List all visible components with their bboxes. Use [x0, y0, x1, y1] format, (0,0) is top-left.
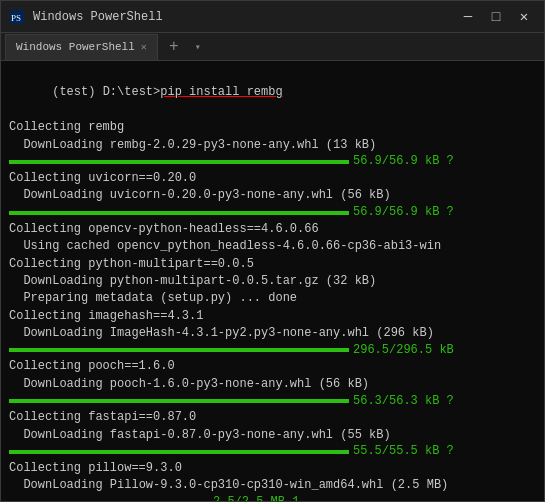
window-controls: ─ □ ✕	[456, 5, 536, 29]
output-line: Preparing metadata (setup.py) ... done	[9, 290, 536, 307]
progress-text: 296.5/296.5 kB	[353, 342, 454, 359]
output-line: Collecting rembg	[9, 119, 536, 136]
output-line: Collecting imagehash==4.3.1	[9, 308, 536, 325]
output-line: Collecting opencv-python-headless==4.6.0…	[9, 221, 536, 238]
tab-dropdown-button[interactable]: ▾	[188, 37, 208, 57]
downloading-label: DownLoading	[23, 478, 102, 492]
progress-bar-row: 56.9/56.9 kB ?	[9, 155, 536, 169]
progress-text: 55.5/55.5 kB ?	[353, 443, 454, 460]
progress-text: 56.3/56.3 kB ?	[353, 393, 454, 410]
progress-bar	[9, 160, 349, 164]
titlebar: PS Windows PowerShell ─ □ ✕	[1, 1, 544, 33]
maximize-button[interactable]: □	[484, 5, 508, 29]
progress-bar	[9, 450, 349, 454]
cached-label: cached	[67, 239, 110, 253]
output-line: DownLoading python-multipart-0.0.5.tar.g…	[9, 273, 536, 290]
output-line: Using cached opencv_python_headless-4.6.…	[9, 238, 536, 255]
terminal-output: (test) D:\test>pip install rembg Collect…	[1, 61, 544, 501]
tab-label: Windows PowerShell	[16, 41, 135, 53]
output-line: Collecting fastapi==0.87.0	[9, 409, 536, 426]
output-line: DownLoading uvicorn-0.20.0-py3-none-any.…	[9, 187, 536, 204]
powershell-icon: PS	[9, 9, 25, 25]
progress-bar-row: 56.3/56.3 kB ?	[9, 394, 536, 408]
prompt-line: (test) D:\test>pip install rembg	[9, 67, 536, 119]
new-tab-button[interactable]: +	[162, 35, 186, 59]
downloading-label: DownLoading	[23, 377, 102, 391]
progress-bar-row: 2.5/2.5 MB 1	[9, 496, 536, 501]
tab-bar: Windows PowerShell ✕ + ▾	[1, 33, 544, 61]
progress-bar	[9, 399, 349, 403]
progress-text: 2.5/2.5 MB 1	[213, 494, 299, 501]
output-line: Collecting python-multipart==0.0.5	[9, 256, 536, 273]
downloading-label: DownLoading	[23, 274, 102, 288]
downloading-label: DownLoading	[23, 138, 102, 152]
output-line: DownLoading Pillow-9.3.0-cp310-cp310-win…	[9, 477, 536, 494]
progress-text: 56.9/56.9 kB ?	[353, 153, 454, 170]
output-line: DownLoading fastapi-0.87.0-py3-none-any.…	[9, 427, 536, 444]
tab-close-icon[interactable]: ✕	[141, 41, 147, 53]
downloading-label: DownLoading	[23, 428, 102, 442]
svg-text:PS: PS	[11, 13, 21, 23]
close-button[interactable]: ✕	[512, 5, 536, 29]
output-line: Collecting uvicorn==0.20.0	[9, 170, 536, 187]
output-line: Collecting pooch==1.6.0	[9, 358, 536, 375]
minimize-button[interactable]: ─	[456, 5, 480, 29]
downloading-label: DownLoading	[23, 326, 102, 340]
progress-bar-row: 56.9/56.9 kB ?	[9, 206, 536, 220]
progress-bar	[9, 348, 349, 352]
window: PS Windows PowerShell ─ □ ✕ Windows Powe…	[0, 0, 545, 502]
prompt-env: (test) D:\test>	[52, 85, 160, 99]
downloading-label: DownLoading	[23, 188, 102, 202]
output-line: DownLoading pooch-1.6.0-py3-none-any.whl…	[9, 376, 536, 393]
progress-bar-row: 296.5/296.5 kB	[9, 343, 536, 357]
progress-bar	[9, 211, 349, 215]
output-line: DownLoading ImageHash-4.3.1-py2.py3-none…	[9, 325, 536, 342]
output-line: Collecting pillow==9.3.0	[9, 460, 536, 477]
progress-bar-row: 55.5/55.5 kB ?	[9, 445, 536, 459]
tab-powershell[interactable]: Windows PowerShell ✕	[5, 34, 158, 60]
command-text: pip install rembg	[160, 85, 282, 99]
window-title: Windows PowerShell	[33, 10, 456, 24]
progress-text: 56.9/56.9 kB ?	[353, 204, 454, 221]
output-line: DownLoading rembg-2.0.29-py3-none-any.wh…	[9, 137, 536, 154]
